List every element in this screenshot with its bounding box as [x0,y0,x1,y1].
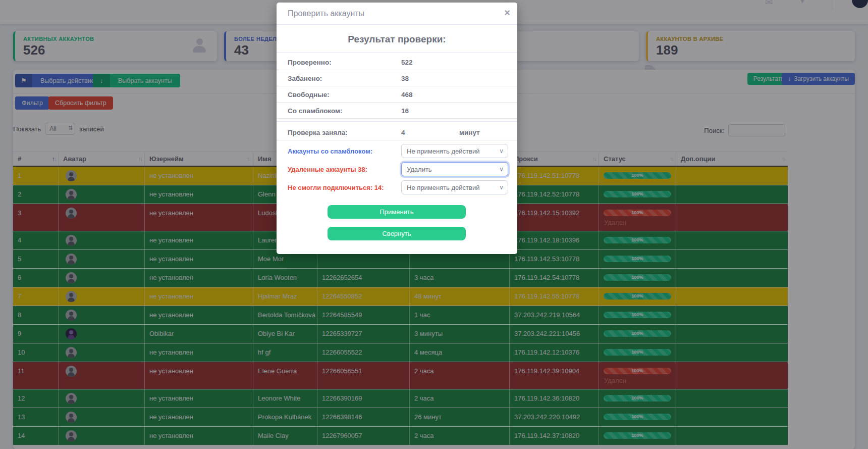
modal-header: Проверить аккаунты × [277,3,517,25]
result-stats: Проверенно: 522 Забанено: 38 Свободные: … [277,54,517,140]
double-rule [277,121,517,122]
modal-rule [277,52,517,53]
action-row-deleted: Удаленные аккаунты 38: Удалить ∨ [277,162,517,176]
action-label: Удаленные аккаунты 38: [288,166,367,173]
page: ✉ ▾ АКТИВНЫХ АККАУНТОВ 526 БОЛЕЕ НЕДЕЛИ … [0,0,868,449]
stat-row-banned: Забанено: 38 [277,70,517,86]
stat-row-free: Свободные: 468 [277,86,517,103]
result-heading: Результат проверки: [277,34,517,45]
modal-title: Проверить аккаунты [288,9,364,18]
stat-row-duration: Проверка заняла: 4 минут [277,124,517,140]
stat-row-checked: Проверенно: 522 [277,54,517,70]
apply-button[interactable]: Применить [328,205,466,219]
check-accounts-modal: Проверить аккаунты × Результат проверки:… [277,3,517,254]
action-label: Не смогли подключиться: 14: [288,184,384,191]
collapse-button[interactable]: Свернуть [328,227,466,240]
stat-row-spamblock: Со спамблоком: 16 [277,103,517,119]
action-row-spamblock: Аккаунты со спамблоком: Не применять дей… [277,144,517,158]
spamblock-action-select[interactable]: Не применять действий [401,144,508,158]
unreachable-action-select[interactable]: Не применять действий [401,180,508,194]
action-row-unreachable: Не смогли подключиться: 14: Не применять… [277,180,517,194]
close-icon[interactable]: × [504,8,510,18]
action-label: Аккаунты со спамблоком: [288,147,372,155]
deleted-action-select[interactable]: Удалить [401,162,508,176]
